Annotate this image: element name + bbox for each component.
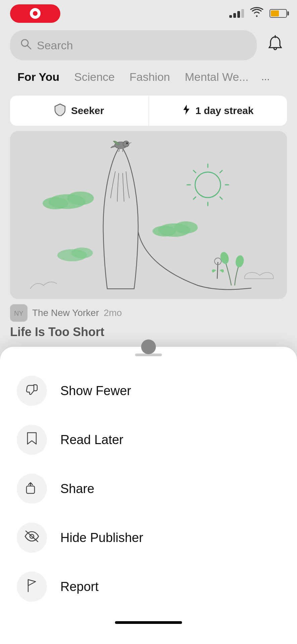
svg-point-24 <box>126 143 128 144</box>
notification-button[interactable] <box>263 34 287 57</box>
hide-publisher-item[interactable]: Hide Publisher <box>0 513 297 562</box>
svg-marker-3 <box>183 105 189 115</box>
flag-icon <box>26 578 38 595</box>
share-icon <box>25 481 38 497</box>
tab-science[interactable]: Science <box>67 67 122 90</box>
svg-point-23 <box>123 141 129 147</box>
seeker-badge: Seeker <box>10 96 149 126</box>
svg-point-15 <box>67 192 94 205</box>
status-bar <box>0 0 297 27</box>
share-icon-circle <box>17 474 47 504</box>
search-placeholder: Search <box>37 39 73 52</box>
share-label: Share <box>60 482 94 496</box>
seeker-label: Seeker <box>71 105 104 116</box>
wifi-icon <box>250 7 263 20</box>
share-item[interactable]: Share <box>0 464 297 513</box>
svg-rect-33 <box>26 486 35 493</box>
status-bar-right <box>229 7 287 20</box>
hide-publisher-icon-circle <box>17 523 47 553</box>
status-bar-left <box>10 4 60 23</box>
svg-line-1 <box>27 46 31 49</box>
lightning-icon <box>182 104 190 118</box>
report-icon-circle <box>17 572 47 602</box>
bottom-sheet: Show Fewer Read Later Share <box>0 347 297 644</box>
read-later-label: Read Later <box>60 433 123 447</box>
svg-point-16 <box>43 197 68 209</box>
article-meta: NY The New Yorker 2mo <box>0 299 297 325</box>
svg-text:NY: NY <box>14 310 23 317</box>
day-streak: 1 day streak <box>149 96 287 126</box>
search-bar[interactable]: Search <box>10 30 257 60</box>
show-fewer-icon-circle <box>17 376 47 406</box>
tab-for-you[interactable]: For You <box>10 67 67 90</box>
search-container: Search <box>0 27 297 67</box>
svg-point-21 <box>71 248 93 258</box>
svg-point-18 <box>174 221 198 233</box>
read-later-icon-circle <box>17 425 47 455</box>
article-time: 2mo <box>104 308 122 318</box>
article-image[interactable] <box>10 131 287 299</box>
show-fewer-label: Show Fewer <box>60 384 131 398</box>
tab-mental-wellness[interactable]: Mental We... <box>177 67 256 90</box>
eye-off-icon <box>24 530 39 545</box>
bell-icon <box>266 35 284 56</box>
publisher-name: The New Yorker <box>32 308 99 318</box>
hide-publisher-label: Hide Publisher <box>60 531 143 545</box>
tabs-more-button[interactable]: ··· <box>256 70 275 88</box>
tab-fashion[interactable]: Fashion <box>122 67 177 90</box>
drag-handle[interactable] <box>141 339 156 354</box>
shield-icon <box>54 103 66 118</box>
record-dot-icon <box>30 8 41 19</box>
svg-rect-4 <box>10 131 287 299</box>
bookmark-icon <box>26 431 38 448</box>
record-button[interactable] <box>10 4 60 23</box>
search-icon <box>20 38 32 52</box>
svg-point-19 <box>153 226 176 236</box>
streak-banner: Seeker 1 day streak <box>10 96 287 126</box>
home-indicator <box>115 621 182 624</box>
svg-line-35 <box>26 531 38 542</box>
show-fewer-item[interactable]: Show Fewer <box>0 366 297 415</box>
report-item[interactable]: Report <box>0 562 297 611</box>
category-tabs: For You Science Fashion Mental We... ··· <box>0 67 297 90</box>
report-label: Report <box>60 580 99 594</box>
battery-icon <box>270 9 287 18</box>
streak-label: 1 day streak <box>195 105 253 116</box>
read-later-item[interactable]: Read Later <box>0 415 297 464</box>
battery-fill <box>271 10 279 16</box>
thumbs-down-icon <box>25 383 39 399</box>
publisher-avatar: NY <box>10 304 27 322</box>
signal-icon <box>229 9 244 18</box>
